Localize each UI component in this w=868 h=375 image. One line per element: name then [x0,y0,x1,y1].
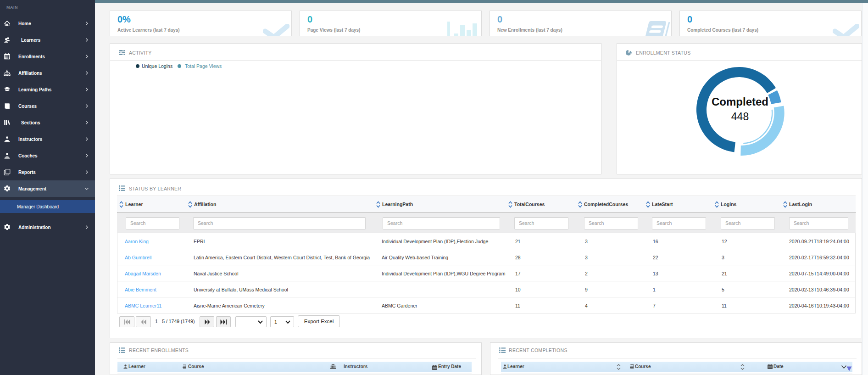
svg-text:Completed: Completed [712,95,768,108]
svg-text:448: 448 [731,111,749,123]
